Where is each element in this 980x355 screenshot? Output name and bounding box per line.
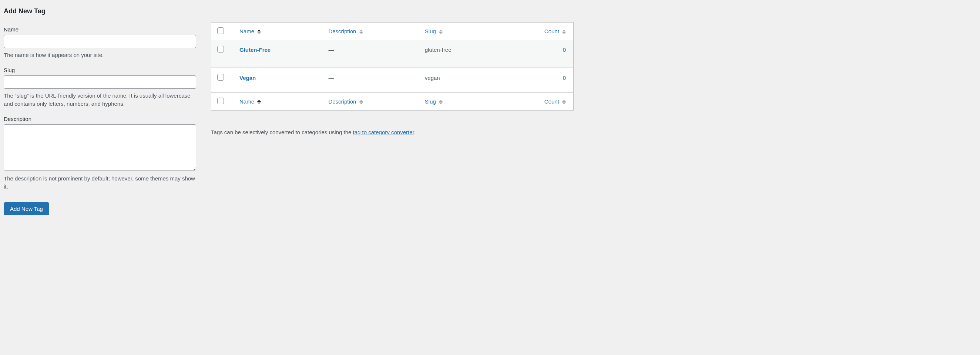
sort-icon xyxy=(439,100,442,104)
column-count-label: Count xyxy=(544,98,559,105)
tags-table: Name Description Slug xyxy=(211,22,574,111)
sort-icon xyxy=(562,100,566,104)
name-input[interactable] xyxy=(4,35,196,48)
sort-icon xyxy=(360,30,363,34)
column-count-header[interactable]: Count xyxy=(499,22,573,40)
svg-marker-10 xyxy=(360,100,363,102)
column-name-footer[interactable]: Name xyxy=(235,92,324,110)
svg-marker-3 xyxy=(360,32,363,34)
column-description-label: Description xyxy=(328,98,356,105)
column-count-label: Count xyxy=(544,28,559,34)
svg-marker-14 xyxy=(562,100,566,102)
column-name-header[interactable]: Name xyxy=(235,22,324,40)
converter-note: Tags can be selectively converted to cat… xyxy=(211,129,574,135)
tag-name-link[interactable]: Vegan xyxy=(239,75,256,81)
svg-marker-13 xyxy=(439,102,442,104)
column-slug-header[interactable]: Slug xyxy=(420,22,499,40)
table-row: Vegan — vegan 0 xyxy=(211,68,573,92)
svg-marker-2 xyxy=(360,30,363,32)
svg-marker-6 xyxy=(562,30,566,32)
converter-note-suffix: . xyxy=(414,129,415,135)
sort-icon xyxy=(360,100,363,104)
svg-marker-0 xyxy=(257,30,261,32)
description-label: Description xyxy=(4,116,196,122)
tag-description-cell: — xyxy=(324,68,420,92)
tag-name-link[interactable]: Gluten-Free xyxy=(239,47,270,53)
column-name-label: Name xyxy=(239,28,254,34)
column-slug-label: Slug xyxy=(425,98,436,105)
field-description: Description The description is not promi… xyxy=(4,116,196,191)
select-all-bottom-checkbox[interactable] xyxy=(217,98,224,104)
field-name: Name The name is how it appears on your … xyxy=(4,26,196,60)
add-new-tag-button[interactable]: Add New Tag xyxy=(4,202,49,215)
slug-label: Slug xyxy=(4,67,196,73)
row-checkbox[interactable] xyxy=(217,74,224,81)
row-checkbox[interactable] xyxy=(217,46,224,52)
tag-count-link[interactable]: 0 xyxy=(563,75,566,81)
select-all-top-checkbox[interactable] xyxy=(217,27,224,34)
tag-count-link[interactable]: 0 xyxy=(563,47,566,53)
svg-marker-12 xyxy=(439,100,442,102)
column-slug-label: Slug xyxy=(425,28,436,34)
description-help: The description is not prominent by defa… xyxy=(4,174,196,191)
converter-note-prefix: Tags can be selectively converted to cat… xyxy=(211,129,353,135)
sort-icon xyxy=(439,30,442,34)
field-slug: Slug The “slug” is the URL-friendly vers… xyxy=(4,67,196,108)
svg-marker-7 xyxy=(562,32,566,34)
tag-description-cell: — xyxy=(324,40,420,68)
tag-to-category-converter-link[interactable]: tag to category converter xyxy=(353,129,414,135)
sort-icon xyxy=(562,30,566,34)
sort-asc-icon xyxy=(257,30,261,34)
svg-marker-8 xyxy=(257,100,261,102)
slug-help: The “slug” is the URL-friendly version o… xyxy=(4,92,196,108)
form-title: Add New Tag xyxy=(4,7,196,15)
table-row: Gluten-Free — gluten-free 0 xyxy=(211,40,573,68)
svg-marker-1 xyxy=(257,32,261,34)
slug-input[interactable] xyxy=(4,75,196,89)
sort-asc-icon xyxy=(257,100,261,104)
column-description-label: Description xyxy=(328,28,356,34)
tag-slug-cell: vegan xyxy=(420,68,499,92)
name-help: The name is how it appears on your site. xyxy=(4,51,196,60)
column-name-label: Name xyxy=(239,98,254,105)
tag-slug-cell: gluten-free xyxy=(420,40,499,68)
svg-marker-15 xyxy=(562,102,566,104)
column-slug-footer[interactable]: Slug xyxy=(420,92,499,110)
svg-marker-5 xyxy=(439,32,442,34)
column-description-header[interactable]: Description xyxy=(324,22,420,40)
name-label: Name xyxy=(4,26,196,33)
description-input[interactable] xyxy=(4,124,196,171)
svg-marker-11 xyxy=(360,102,363,104)
svg-marker-9 xyxy=(257,102,261,104)
column-count-footer[interactable]: Count xyxy=(499,92,573,110)
svg-marker-4 xyxy=(439,30,442,32)
column-description-footer[interactable]: Description xyxy=(324,92,420,110)
